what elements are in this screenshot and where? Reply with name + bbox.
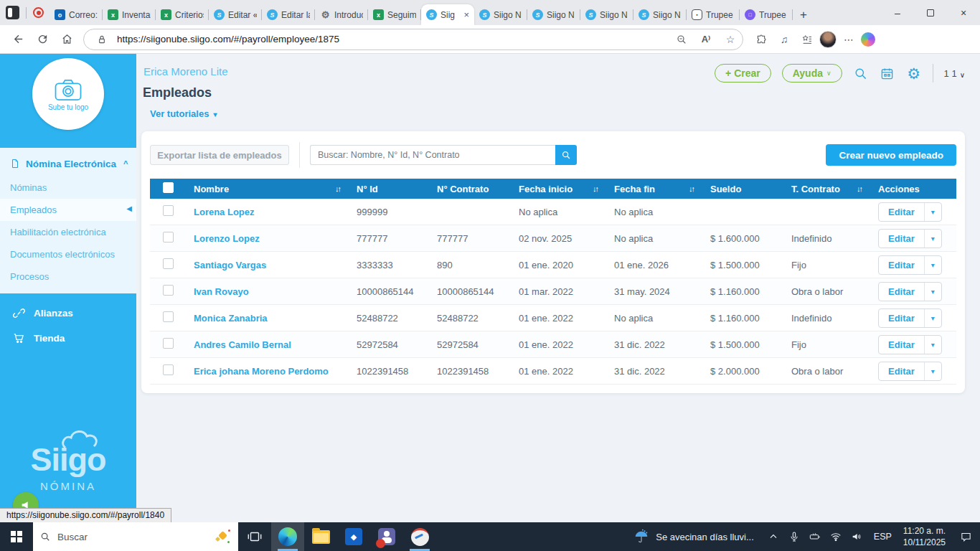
column-header-fecha-fin[interactable]: Fecha fin [614, 184, 655, 194]
sidebar-item-habilitacion[interactable]: Habilitación electrónica [0, 221, 136, 243]
calendar-icon[interactable] [880, 65, 895, 81]
select-all-checkbox[interactable] [163, 182, 174, 193]
browser-tab-active-siigo[interactable]: Siig× [421, 4, 474, 25]
row-checkbox[interactable] [163, 338, 174, 349]
search-button[interactable] [555, 145, 577, 165]
close-tab-icon[interactable]: × [463, 10, 469, 19]
maximize-button[interactable] [914, 0, 947, 25]
workspaces-icon[interactable] [6, 6, 19, 19]
home-button[interactable] [56, 29, 77, 50]
edit-dropdown-button[interactable]: ▾ [924, 283, 941, 301]
gear-icon[interactable]: ⚙ [906, 65, 922, 81]
browser-tab-correo[interactable]: Correo: [50, 4, 103, 25]
keyboard-language[interactable]: ESP [868, 532, 897, 542]
sidebar-item-nominas[interactable]: Nóminas [0, 176, 136, 199]
sidebar-item-documentos[interactable]: Documentos electrónicos [0, 243, 136, 265]
tutorials-link[interactable]: Ver tutoriales▾ [150, 108, 217, 119]
employee-name-link[interactable]: Lorena Lopez [194, 207, 255, 217]
row-checkbox[interactable] [163, 311, 174, 322]
sort-icon[interactable]: ↓↑ [593, 184, 598, 193]
back-button[interactable] [7, 29, 29, 50]
employee-name-link[interactable]: Lorenzo Lopez [194, 233, 260, 244]
microphone-icon[interactable] [785, 522, 804, 551]
search-icon[interactable] [853, 65, 869, 81]
favorite-star-icon[interactable]: ☆ [721, 30, 740, 49]
task-view-button[interactable] [238, 522, 271, 551]
edit-button[interactable]: Editar [879, 230, 924, 248]
url-text[interactable]: https://siigonube.siigo.com/#/payroll/em… [117, 34, 666, 44]
taskbar-file-explorer-icon[interactable] [304, 522, 337, 551]
browser-tab-criterios[interactable]: Criterios [156, 4, 209, 25]
create-employee-button[interactable]: Crear nuevo empleado [826, 144, 956, 166]
edit-button[interactable]: Editar [879, 203, 924, 221]
edit-dropdown-button[interactable]: ▾ [924, 256, 941, 274]
employee-name-link[interactable]: Erica johana Moreno Perdomo [194, 366, 329, 377]
taskbar-edge-icon[interactable] [271, 522, 304, 551]
collections-icon[interactable] [796, 30, 818, 49]
sidebar-section-nomina-electronica[interactable]: Nómina Electrónica ^ [0, 152, 136, 176]
notification-center-button[interactable] [951, 522, 980, 551]
taskbar-recorder-icon[interactable] [403, 522, 436, 551]
taskbar-clock[interactable]: 11:20 a. m. 10/11/2025 [897, 525, 951, 548]
edit-dropdown-button[interactable]: ▾ [924, 230, 941, 248]
browser-tab-siigo1[interactable]: Siigo N [474, 4, 527, 25]
media-controls-icon[interactable]: ♫ [773, 30, 795, 49]
browser-tab-trupeer2[interactable]: Trupee [740, 4, 793, 25]
column-header-fecha-inicio[interactable]: Fecha inicio [519, 184, 573, 194]
upload-logo-button[interactable]: Sube tu logo [32, 58, 104, 130]
browser-tab-introduc[interactable]: Introduc [315, 4, 368, 25]
edit-dropdown-button[interactable]: ▾ [924, 203, 941, 221]
close-window-button[interactable]: × [947, 0, 980, 25]
taskbar-weather[interactable]: Se avecinan días lluvi... [628, 522, 760, 551]
employee-name-link[interactable]: Ivan Rovayo [194, 286, 249, 297]
employee-name-link[interactable]: Andres Camilo Bernal [194, 339, 291, 350]
row-checkbox[interactable] [163, 232, 174, 242]
sidebar-item-tienda[interactable]: Tienda [0, 326, 136, 351]
address-bar[interactable]: https://siigonube.siigo.com/#/payroll/em… [83, 29, 743, 50]
taskbar-search-input[interactable] [56, 531, 209, 543]
edit-button[interactable]: Editar [879, 283, 924, 301]
browser-tab-editar1[interactable]: Editar « [209, 4, 262, 25]
row-checkbox[interactable] [163, 285, 174, 296]
browser-tab-siigo4[interactable]: Siigo N [633, 4, 687, 25]
edit-button[interactable]: Editar [879, 362, 924, 380]
edit-button[interactable]: Editar [879, 256, 924, 274]
browser-tab-trupeer1[interactable]: Trupee [687, 4, 740, 25]
browser-tab-editar2[interactable]: Editar la [262, 4, 315, 25]
extensions-icon[interactable] [750, 30, 772, 49]
wifi-icon[interactable] [826, 522, 845, 551]
new-tab-button[interactable]: + [793, 4, 814, 25]
browser-tab-siigo3[interactable]: Siigo N [580, 4, 633, 25]
employee-name-link[interactable]: Santiago Vargas [194, 260, 266, 270]
sidebar-item-empleados[interactable]: Empleados◀ [0, 199, 136, 221]
column-header-contrato-tipo[interactable]: T. Contrato [791, 184, 840, 194]
edit-dropdown-button[interactable]: ▾ [924, 336, 941, 354]
profile-avatar[interactable] [819, 31, 837, 48]
page-indicator[interactable]: 1 1∨ [944, 68, 965, 79]
row-checkbox[interactable] [163, 364, 174, 375]
sidebar-item-procesos[interactable]: Procesos [0, 265, 136, 288]
edit-dropdown-button[interactable]: ▾ [924, 362, 941, 380]
taskbar-search[interactable] [33, 522, 238, 551]
column-header-nombre[interactable]: Nombre [194, 184, 229, 194]
read-aloud-icon[interactable]: A⁾ [697, 30, 715, 49]
help-button[interactable]: Ayuda∨ [782, 64, 842, 83]
hidden-icons-chevron[interactable] [764, 522, 783, 551]
sort-icon[interactable]: ↓↑ [857, 184, 862, 193]
employee-name-link[interactable]: Monica Zanabria [194, 313, 268, 324]
copilot-icon[interactable] [861, 32, 875, 47]
export-employees-button[interactable]: Exportar lista de empleados [150, 145, 289, 165]
browser-menu-icon[interactable]: ⋯ [838, 30, 859, 49]
sidebar-item-alianzas[interactable]: Alianzas [0, 301, 136, 326]
taskbar-teams-icon[interactable] [370, 522, 403, 551]
edit-button[interactable]: Editar [879, 309, 924, 327]
edit-dropdown-button[interactable]: ▾ [924, 309, 941, 327]
browser-tab-inventar[interactable]: Inventar [103, 4, 156, 25]
start-button[interactable] [0, 522, 33, 551]
refresh-button[interactable] [32, 29, 53, 50]
browser-tab-seguimi[interactable]: Seguimi [368, 4, 421, 25]
battery-icon[interactable] [806, 522, 824, 551]
minimize-button[interactable]: – [881, 0, 914, 25]
sort-icon[interactable]: ↓↑ [335, 184, 340, 193]
row-checkbox[interactable] [163, 205, 174, 216]
